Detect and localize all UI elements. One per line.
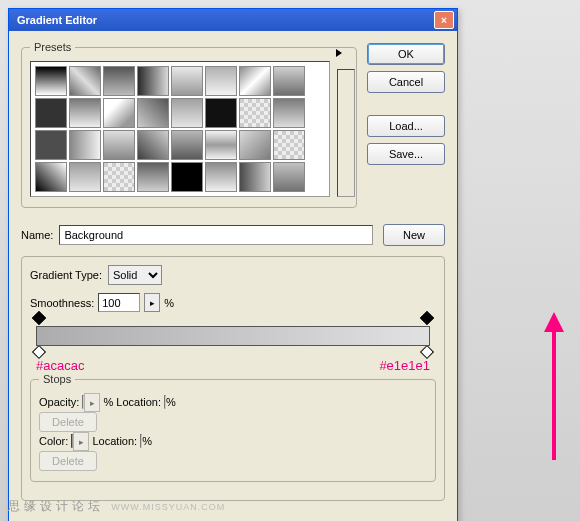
presets-fieldset: Presets	[21, 41, 357, 208]
color-flyout-icon: ▸	[73, 432, 89, 451]
preset-swatch[interactable]	[273, 130, 305, 160]
cancel-button[interactable]: Cancel	[367, 71, 445, 93]
preset-swatch[interactable]	[103, 130, 135, 160]
smoothness-input[interactable]	[98, 293, 140, 312]
percent-label: %	[164, 297, 174, 309]
opacity-row-label: Opacity:	[39, 396, 79, 408]
preset-swatch[interactable]	[35, 66, 67, 96]
save-button[interactable]: Save...	[367, 143, 445, 165]
gradient-settings-fieldset: Gradient Type: Solid Smoothness: ▸ % #ac…	[21, 256, 445, 501]
opacity-location-percent: %	[166, 396, 176, 408]
color-stop-left[interactable]	[33, 347, 45, 359]
window-title: Gradient Editor	[17, 14, 434, 26]
preset-swatch[interactable]	[171, 130, 203, 160]
preset-swatch[interactable]	[103, 66, 135, 96]
preset-swatch[interactable]	[171, 98, 203, 128]
watermark: 思缘设计论坛 WWW.MISSYUAN.COM	[8, 498, 225, 515]
preset-swatch[interactable]	[205, 130, 237, 160]
preset-swatch[interactable]	[35, 130, 67, 160]
preset-swatch[interactable]	[35, 98, 67, 128]
gradient-type-label: Gradient Type:	[30, 269, 102, 281]
opacity-stop-right[interactable]	[421, 313, 433, 325]
stops-legend: Stops	[39, 373, 75, 385]
color-location-label: Location:	[92, 435, 137, 447]
preset-swatch[interactable]	[103, 98, 135, 128]
preset-swatch[interactable]	[273, 66, 305, 96]
color-location-percent: %	[142, 435, 152, 447]
name-label: Name:	[21, 229, 53, 241]
right-hex-annotation: #e1e1e1	[379, 358, 430, 373]
opacity-delete-button: Delete	[39, 412, 97, 432]
color-stop-right[interactable]	[421, 347, 433, 359]
opacity-location-label: Location:	[116, 396, 161, 408]
gradient-editor-dialog: Gradient Editor × Presets OK Cancel Load…	[8, 8, 458, 521]
annotation-arrow	[552, 330, 556, 460]
name-input[interactable]	[59, 225, 373, 245]
preset-swatch[interactable]	[103, 162, 135, 192]
preset-swatch[interactable]	[171, 66, 203, 96]
presets-legend: Presets	[30, 41, 75, 53]
gradient-type-select[interactable]: Solid	[108, 265, 162, 285]
load-button[interactable]: Load...	[367, 115, 445, 137]
preset-swatch[interactable]	[137, 162, 169, 192]
flyout-menu-icon[interactable]	[336, 49, 342, 57]
opacity-stop-left[interactable]	[33, 313, 45, 325]
preset-swatch[interactable]	[137, 130, 169, 160]
preset-swatch[interactable]	[171, 162, 203, 192]
preset-swatch[interactable]	[137, 98, 169, 128]
preset-swatch[interactable]	[239, 98, 271, 128]
preset-swatch[interactable]	[35, 162, 67, 192]
preset-swatch[interactable]	[137, 66, 169, 96]
preset-swatch[interactable]	[69, 130, 101, 160]
smoothness-label: Smoothness:	[30, 297, 94, 309]
preset-swatch[interactable]	[69, 66, 101, 96]
opacity-percent: %	[103, 396, 113, 408]
color-row-label: Color:	[39, 435, 68, 447]
presets-box	[30, 61, 330, 197]
preset-swatch[interactable]	[239, 130, 271, 160]
preset-swatch[interactable]	[239, 66, 271, 96]
new-button[interactable]: New	[383, 224, 445, 246]
preset-swatch[interactable]	[205, 98, 237, 128]
presets-grid	[35, 66, 325, 192]
opacity-flyout-icon: ▸	[84, 393, 100, 412]
color-delete-button: Delete	[39, 451, 97, 471]
preset-swatch[interactable]	[69, 162, 101, 192]
gradient-bar[interactable]	[36, 326, 430, 346]
smoothness-flyout-icon[interactable]: ▸	[144, 293, 160, 312]
ok-button[interactable]: OK	[367, 43, 445, 65]
titlebar[interactable]: Gradient Editor ×	[9, 9, 457, 31]
preset-swatch[interactable]	[273, 162, 305, 192]
stops-fieldset: Stops Opacity: ▸ % Location: % Delete Co…	[30, 373, 436, 482]
left-hex-annotation: #acacac	[36, 358, 84, 373]
close-button[interactable]: ×	[434, 11, 454, 29]
preset-swatch[interactable]	[205, 66, 237, 96]
presets-scrollbar[interactable]	[337, 69, 355, 197]
preset-swatch[interactable]	[273, 98, 305, 128]
preset-swatch[interactable]	[205, 162, 237, 192]
preset-swatch[interactable]	[69, 98, 101, 128]
preset-swatch[interactable]	[239, 162, 271, 192]
